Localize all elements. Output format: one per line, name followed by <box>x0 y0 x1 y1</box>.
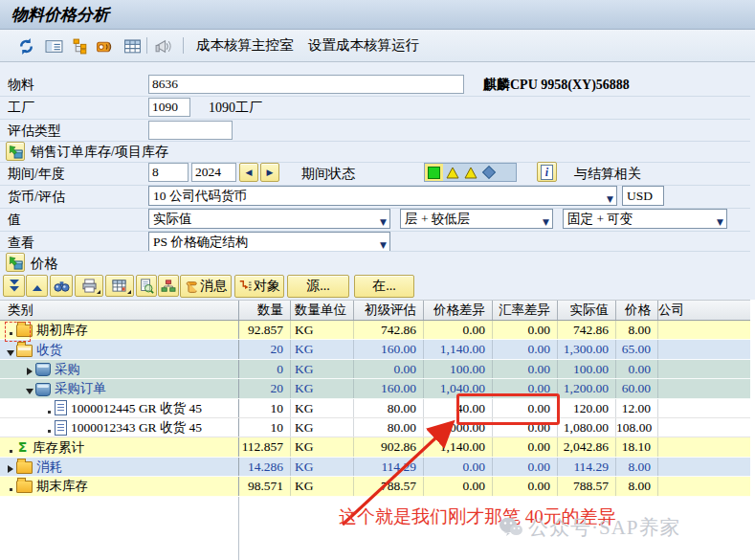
quantity-cell[interactable]: 112.857 <box>239 437 291 456</box>
unit-cell[interactable]: KG <box>291 458 354 476</box>
messages-button[interactable]: 消息 <box>180 275 232 298</box>
expand-arrow-icon[interactable] <box>6 460 15 473</box>
row-label[interactable]: 期末库存 <box>36 477 88 495</box>
actual-value-cell[interactable]: 120.00 <box>558 399 616 417</box>
quantity-cell[interactable]: 98.571 <box>239 477 291 495</box>
prelim-valuation-cell[interactable]: 80.00 <box>354 399 424 417</box>
row-label[interactable]: 1000012343 GR 收货 45 <box>71 418 202 437</box>
prelim-valuation-cell[interactable]: 160.00 <box>354 340 424 358</box>
table-row[interactable]: 1000012445 GR 收货 4510KG80.0040.000.00120… <box>0 399 750 418</box>
next-period-button[interactable]: ▶ <box>260 163 279 182</box>
in-button[interactable]: 在... <box>354 275 414 298</box>
table-row[interactable]: 采购0KG0.00100.000.00100.000.00 <box>0 360 750 379</box>
quantity-cell[interactable]: 10 <box>239 418 291 437</box>
unit-cell[interactable]: KG <box>291 340 354 358</box>
column-header[interactable]: 实际值 <box>558 301 616 320</box>
tree-cell[interactable]: 期初库存 <box>0 321 239 339</box>
column-header[interactable]: 初级评估 <box>354 301 424 320</box>
currency-select[interactable]: 10 公司代码货币 ▼ <box>148 186 617 206</box>
quantity-cell[interactable]: 0 <box>239 360 291 378</box>
exchange-rate-difference-cell[interactable]: 0.00 <box>493 360 558 378</box>
refresh-icon[interactable] <box>15 35 36 56</box>
quantity-cell[interactable]: 92.857 <box>239 321 291 339</box>
quantity-cell[interactable]: 14.286 <box>239 458 291 476</box>
unit-cell[interactable]: KG <box>291 477 354 495</box>
status-cell[interactable] <box>461 164 479 181</box>
unit-cell[interactable]: KG <box>291 379 354 397</box>
column-header[interactable]: 数量 <box>239 301 291 320</box>
row-label[interactable]: 1000012445 GR 收货 45 <box>71 399 202 417</box>
table-row[interactable]: 1000012343 GR 收货 4510KG80.001,000.000.00… <box>0 418 750 437</box>
plant-input[interactable] <box>148 98 190 117</box>
find-icon[interactable] <box>50 275 73 297</box>
expand-all-icon[interactable] <box>3 275 25 297</box>
actual-value-cell[interactable]: 788.57 <box>558 477 616 495</box>
unit-cell[interactable]: KG <box>291 437 354 456</box>
tree-cell[interactable]: 采购 <box>0 360 239 378</box>
actual-value-cell[interactable]: 1,080.00 <box>558 418 616 437</box>
unit-cell[interactable]: KG <box>291 399 354 417</box>
price-cell[interactable]: 108.00 <box>616 418 658 437</box>
exchange-rate-difference-cell[interactable]: 0.00 <box>493 418 558 437</box>
table-row[interactable]: 期末库存98.571KG788.570.000.00788.578.00 <box>0 477 750 496</box>
level-select[interactable]: 层 + 较低层 ▼ <box>400 209 553 229</box>
grid-icon[interactable] <box>122 35 143 56</box>
unit-cell[interactable]: KG <box>291 360 354 378</box>
row-label[interactable]: 收货 <box>36 341 62 359</box>
price-difference-cell[interactable]: 1,040.00 <box>424 379 493 397</box>
company-cell[interactable] <box>658 321 750 339</box>
tree-cell[interactable]: 1000012445 GR 收货 45 <box>0 399 239 417</box>
actual-value-cell[interactable]: 114.29 <box>558 458 616 476</box>
prelim-valuation-cell[interactable]: 902.86 <box>354 437 424 456</box>
column-header[interactable]: 公司 <box>658 301 750 320</box>
row-label[interactable]: 消耗 <box>36 458 62 476</box>
company-cell[interactable] <box>658 360 750 378</box>
price-cell[interactable]: 8.00 <box>616 477 658 495</box>
tree-cell[interactable]: 1000012343 GR 收货 45 <box>0 418 239 437</box>
expand-tray-button[interactable] <box>6 142 25 161</box>
exchange-rate-difference-cell[interactable]: 0.00 <box>493 399 558 417</box>
exchange-rate-difference-cell[interactable]: 0.00 <box>493 379 558 397</box>
column-header[interactable]: 数量单位 <box>291 301 354 320</box>
prelim-valuation-cell[interactable]: 114.29 <box>354 458 424 476</box>
column-header[interactable]: 价格 <box>616 301 658 320</box>
company-cell[interactable] <box>658 437 750 456</box>
actual-value-cell[interactable]: 100.00 <box>558 360 616 378</box>
quantity-cell[interactable]: 20 <box>239 340 291 358</box>
price-difference-cell[interactable]: 100.00 <box>424 360 493 378</box>
exchange-rate-difference-cell[interactable]: 0.00 <box>493 340 558 358</box>
collapse-arrow-icon[interactable] <box>6 344 15 356</box>
prelim-valuation-cell[interactable]: 0.00 <box>354 360 424 378</box>
price-drum-icon[interactable] <box>95 35 116 56</box>
quantity-cell[interactable]: 20 <box>239 379 291 397</box>
actual-value-cell[interactable]: 742.86 <box>558 321 616 339</box>
price-difference-cell[interactable]: 0.00 <box>424 321 493 339</box>
exchange-rate-difference-cell[interactable]: 0.00 <box>493 458 558 476</box>
tree-cell[interactable]: 收货 <box>0 340 239 358</box>
actual-value-cell[interactable]: 1,300.00 <box>558 340 616 358</box>
exchange-rate-difference-cell[interactable]: 0.00 <box>493 437 558 456</box>
prelim-valuation-cell[interactable]: 80.00 <box>354 418 424 437</box>
collapse-tray-button[interactable] <box>6 253 25 272</box>
actual-value-cell[interactable]: 1,200.00 <box>558 379 616 397</box>
price-cell[interactable]: 0.00 <box>616 360 658 378</box>
price-cell[interactable]: 18.10 <box>616 437 658 456</box>
hierarchy-icon[interactable] <box>70 35 91 56</box>
megaphone-icon[interactable] <box>153 35 174 56</box>
unit-cell[interactable]: KG <box>291 321 354 339</box>
material-input[interactable] <box>148 75 464 94</box>
company-cell[interactable] <box>658 418 750 437</box>
previous-period-button[interactable]: ◀ <box>239 163 258 182</box>
price-cell[interactable]: 8.00 <box>616 458 658 476</box>
quantity-cell[interactable]: 10 <box>239 399 291 417</box>
price-difference-cell[interactable]: 0.00 <box>424 477 493 495</box>
unit-cell[interactable]: KG <box>291 418 354 437</box>
detail-view-icon[interactable] <box>43 35 64 56</box>
status-cell-selected[interactable] <box>425 164 443 181</box>
company-cell[interactable] <box>658 340 750 358</box>
exchange-rate-difference-cell[interactable]: 0.00 <box>493 321 558 339</box>
actual-value-cell[interactable]: 2,042.86 <box>558 437 616 456</box>
status-cell[interactable] <box>443 164 461 181</box>
setup-costing-run-button[interactable]: 设置成本核算运行 <box>304 34 423 56</box>
row-label[interactable]: 采购 <box>55 360 80 378</box>
